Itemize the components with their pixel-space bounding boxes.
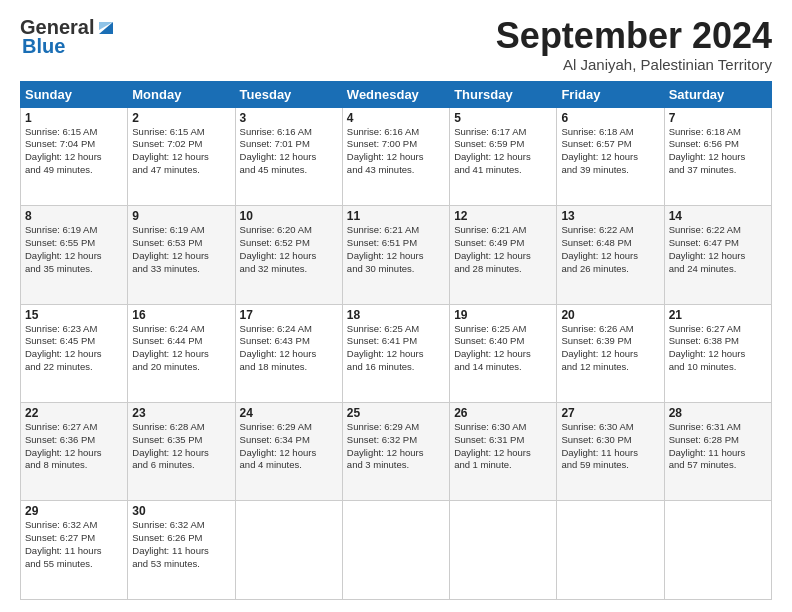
day-number: 10 bbox=[240, 209, 338, 223]
day-number: 18 bbox=[347, 308, 445, 322]
day-number: 26 bbox=[454, 406, 552, 420]
day-number: 4 bbox=[347, 111, 445, 125]
day-info: Sunrise: 6:32 AM Sunset: 6:27 PM Dayligh… bbox=[25, 519, 123, 570]
calendar-cell: 11Sunrise: 6:21 AM Sunset: 6:51 PM Dayli… bbox=[342, 206, 449, 304]
calendar-week-row: 8Sunrise: 6:19 AM Sunset: 6:55 PM Daylig… bbox=[21, 206, 772, 304]
calendar-week-row: 29Sunrise: 6:32 AM Sunset: 6:27 PM Dayli… bbox=[21, 501, 772, 600]
day-info: Sunrise: 6:31 AM Sunset: 6:28 PM Dayligh… bbox=[669, 421, 767, 472]
day-info: Sunrise: 6:27 AM Sunset: 6:38 PM Dayligh… bbox=[669, 323, 767, 374]
logo-blue: Blue bbox=[22, 35, 65, 58]
day-info: Sunrise: 6:29 AM Sunset: 6:34 PM Dayligh… bbox=[240, 421, 338, 472]
day-number: 9 bbox=[132, 209, 230, 223]
day-number: 14 bbox=[669, 209, 767, 223]
calendar-cell: 9Sunrise: 6:19 AM Sunset: 6:53 PM Daylig… bbox=[128, 206, 235, 304]
calendar-cell: 8Sunrise: 6:19 AM Sunset: 6:55 PM Daylig… bbox=[21, 206, 128, 304]
day-info: Sunrise: 6:30 AM Sunset: 6:31 PM Dayligh… bbox=[454, 421, 552, 472]
calendar-header-thursday: Thursday bbox=[450, 81, 557, 107]
day-number: 17 bbox=[240, 308, 338, 322]
calendar-cell bbox=[342, 501, 449, 600]
day-number: 7 bbox=[669, 111, 767, 125]
day-info: Sunrise: 6:19 AM Sunset: 6:53 PM Dayligh… bbox=[132, 224, 230, 275]
calendar-cell: 2Sunrise: 6:15 AM Sunset: 7:02 PM Daylig… bbox=[128, 107, 235, 205]
day-number: 19 bbox=[454, 308, 552, 322]
day-number: 11 bbox=[347, 209, 445, 223]
header: General Blue September 2024 Al Janiyah, … bbox=[20, 16, 772, 73]
calendar-cell: 1Sunrise: 6:15 AM Sunset: 7:04 PM Daylig… bbox=[21, 107, 128, 205]
day-info: Sunrise: 6:22 AM Sunset: 6:48 PM Dayligh… bbox=[561, 224, 659, 275]
day-info: Sunrise: 6:18 AM Sunset: 6:57 PM Dayligh… bbox=[561, 126, 659, 177]
calendar-header-sunday: Sunday bbox=[21, 81, 128, 107]
day-info: Sunrise: 6:19 AM Sunset: 6:55 PM Dayligh… bbox=[25, 224, 123, 275]
month-title: September 2024 bbox=[496, 16, 772, 56]
page: General Blue September 2024 Al Janiyah, … bbox=[0, 0, 792, 612]
calendar-cell bbox=[664, 501, 771, 600]
day-info: Sunrise: 6:25 AM Sunset: 6:40 PM Dayligh… bbox=[454, 323, 552, 374]
calendar-cell: 22Sunrise: 6:27 AM Sunset: 6:36 PM Dayli… bbox=[21, 403, 128, 501]
day-info: Sunrise: 6:15 AM Sunset: 7:02 PM Dayligh… bbox=[132, 126, 230, 177]
calendar-week-row: 15Sunrise: 6:23 AM Sunset: 6:45 PM Dayli… bbox=[21, 304, 772, 402]
day-number: 12 bbox=[454, 209, 552, 223]
calendar-cell: 13Sunrise: 6:22 AM Sunset: 6:48 PM Dayli… bbox=[557, 206, 664, 304]
day-number: 13 bbox=[561, 209, 659, 223]
day-info: Sunrise: 6:16 AM Sunset: 7:00 PM Dayligh… bbox=[347, 126, 445, 177]
calendar-cell: 15Sunrise: 6:23 AM Sunset: 6:45 PM Dayli… bbox=[21, 304, 128, 402]
calendar-cell: 4Sunrise: 6:16 AM Sunset: 7:00 PM Daylig… bbox=[342, 107, 449, 205]
day-info: Sunrise: 6:24 AM Sunset: 6:44 PM Dayligh… bbox=[132, 323, 230, 374]
calendar-cell: 10Sunrise: 6:20 AM Sunset: 6:52 PM Dayli… bbox=[235, 206, 342, 304]
day-number: 5 bbox=[454, 111, 552, 125]
day-info: Sunrise: 6:22 AM Sunset: 6:47 PM Dayligh… bbox=[669, 224, 767, 275]
calendar-cell: 5Sunrise: 6:17 AM Sunset: 6:59 PM Daylig… bbox=[450, 107, 557, 205]
day-number: 2 bbox=[132, 111, 230, 125]
calendar-header-row: SundayMondayTuesdayWednesdayThursdayFrid… bbox=[21, 81, 772, 107]
calendar-cell: 14Sunrise: 6:22 AM Sunset: 6:47 PM Dayli… bbox=[664, 206, 771, 304]
calendar-cell: 21Sunrise: 6:27 AM Sunset: 6:38 PM Dayli… bbox=[664, 304, 771, 402]
day-info: Sunrise: 6:21 AM Sunset: 6:49 PM Dayligh… bbox=[454, 224, 552, 275]
calendar-cell: 20Sunrise: 6:26 AM Sunset: 6:39 PM Dayli… bbox=[557, 304, 664, 402]
calendar-header-wednesday: Wednesday bbox=[342, 81, 449, 107]
calendar-cell bbox=[235, 501, 342, 600]
calendar-cell: 6Sunrise: 6:18 AM Sunset: 6:57 PM Daylig… bbox=[557, 107, 664, 205]
day-number: 25 bbox=[347, 406, 445, 420]
calendar-cell: 29Sunrise: 6:32 AM Sunset: 6:27 PM Dayli… bbox=[21, 501, 128, 600]
logo-arrow-icon bbox=[95, 16, 117, 38]
day-number: 23 bbox=[132, 406, 230, 420]
day-number: 1 bbox=[25, 111, 123, 125]
calendar-cell: 30Sunrise: 6:32 AM Sunset: 6:26 PM Dayli… bbox=[128, 501, 235, 600]
calendar-body: 1Sunrise: 6:15 AM Sunset: 7:04 PM Daylig… bbox=[21, 107, 772, 599]
day-number: 24 bbox=[240, 406, 338, 420]
day-number: 16 bbox=[132, 308, 230, 322]
day-number: 15 bbox=[25, 308, 123, 322]
calendar-header-monday: Monday bbox=[128, 81, 235, 107]
day-number: 28 bbox=[669, 406, 767, 420]
calendar-cell bbox=[557, 501, 664, 600]
calendar-cell: 12Sunrise: 6:21 AM Sunset: 6:49 PM Dayli… bbox=[450, 206, 557, 304]
calendar-table: SundayMondayTuesdayWednesdayThursdayFrid… bbox=[20, 81, 772, 600]
day-info: Sunrise: 6:18 AM Sunset: 6:56 PM Dayligh… bbox=[669, 126, 767, 177]
day-info: Sunrise: 6:25 AM Sunset: 6:41 PM Dayligh… bbox=[347, 323, 445, 374]
day-info: Sunrise: 6:26 AM Sunset: 6:39 PM Dayligh… bbox=[561, 323, 659, 374]
day-info: Sunrise: 6:16 AM Sunset: 7:01 PM Dayligh… bbox=[240, 126, 338, 177]
day-info: Sunrise: 6:29 AM Sunset: 6:32 PM Dayligh… bbox=[347, 421, 445, 472]
day-info: Sunrise: 6:32 AM Sunset: 6:26 PM Dayligh… bbox=[132, 519, 230, 570]
day-info: Sunrise: 6:28 AM Sunset: 6:35 PM Dayligh… bbox=[132, 421, 230, 472]
calendar-header-saturday: Saturday bbox=[664, 81, 771, 107]
day-info: Sunrise: 6:15 AM Sunset: 7:04 PM Dayligh… bbox=[25, 126, 123, 177]
calendar-cell: 19Sunrise: 6:25 AM Sunset: 6:40 PM Dayli… bbox=[450, 304, 557, 402]
calendar-cell: 23Sunrise: 6:28 AM Sunset: 6:35 PM Dayli… bbox=[128, 403, 235, 501]
calendar-cell: 3Sunrise: 6:16 AM Sunset: 7:01 PM Daylig… bbox=[235, 107, 342, 205]
title-block: September 2024 Al Janiyah, Palestinian T… bbox=[496, 16, 772, 73]
day-number: 21 bbox=[669, 308, 767, 322]
calendar-week-row: 1Sunrise: 6:15 AM Sunset: 7:04 PM Daylig… bbox=[21, 107, 772, 205]
day-number: 22 bbox=[25, 406, 123, 420]
calendar-header-friday: Friday bbox=[557, 81, 664, 107]
day-info: Sunrise: 6:17 AM Sunset: 6:59 PM Dayligh… bbox=[454, 126, 552, 177]
day-number: 6 bbox=[561, 111, 659, 125]
calendar-cell: 24Sunrise: 6:29 AM Sunset: 6:34 PM Dayli… bbox=[235, 403, 342, 501]
calendar-cell: 25Sunrise: 6:29 AM Sunset: 6:32 PM Dayli… bbox=[342, 403, 449, 501]
logo: General Blue bbox=[20, 16, 117, 58]
calendar-cell: 17Sunrise: 6:24 AM Sunset: 6:43 PM Dayli… bbox=[235, 304, 342, 402]
calendar-cell: 28Sunrise: 6:31 AM Sunset: 6:28 PM Dayli… bbox=[664, 403, 771, 501]
day-info: Sunrise: 6:27 AM Sunset: 6:36 PM Dayligh… bbox=[25, 421, 123, 472]
calendar-week-row: 22Sunrise: 6:27 AM Sunset: 6:36 PM Dayli… bbox=[21, 403, 772, 501]
calendar-cell bbox=[450, 501, 557, 600]
